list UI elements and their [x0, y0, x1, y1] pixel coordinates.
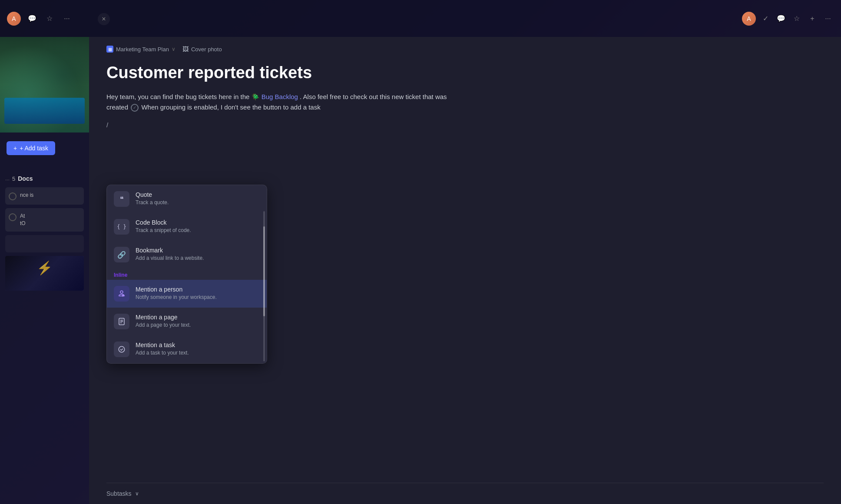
main-content: ▦ Marketing Team Plan ∨ 🖼 Cover photo Cu… — [89, 37, 841, 504]
message-icon[interactable]: 💬 — [26, 13, 38, 25]
scrollbar-thumb — [263, 226, 265, 317]
mention-task-icon — [114, 342, 129, 357]
quote-icon: ❝ — [114, 191, 129, 207]
mention-task-desc: Add a task to your text. — [136, 350, 260, 356]
star-right-icon[interactable]: ☆ — [791, 13, 803, 25]
plus-icon[interactable]: + — [806, 13, 818, 25]
cover-photo-label: Cover photo — [191, 46, 222, 53]
sidebar-thumbnail: ⚡ — [5, 256, 84, 291]
menu-item-text-mention-page: Mention a page Add a page to your text. — [136, 314, 260, 328]
pool-area — [4, 98, 85, 124]
code-icon: { } — [114, 219, 129, 235]
more-icon[interactable]: ··· — [61, 13, 73, 25]
menu-item-text-mention-task: Mention a task Add a task to your text. — [136, 342, 260, 356]
list-item[interactable]: AttO — [5, 208, 84, 232]
project-icon: ▦ — [106, 46, 113, 53]
code-desc: Track a snippet of code. — [136, 227, 260, 233]
mention-person-desc: Notify someone in your workspace. — [136, 294, 260, 300]
check-circle-icon[interactable]: ✓ — [759, 13, 771, 25]
plus-icon: + — [13, 145, 17, 152]
quote-title: Quote — [136, 191, 260, 198]
task-checkbox[interactable] — [9, 192, 17, 200]
more-right-icon[interactable]: ··· — [822, 13, 834, 25]
mention-page-desc: Add a page to your text. — [136, 322, 260, 328]
menu-item-text-mention-person: Mention a person Notify someone in your … — [136, 286, 260, 300]
description-text: Hey team, you can find the bug tickets h… — [106, 92, 463, 113]
menu-item-text-bookmark: Bookmark Add a visual link to a website. — [136, 247, 260, 261]
docs-label: Docs — [18, 175, 33, 182]
mention-page-icon — [114, 314, 129, 329]
inline-section-label: Inline — [107, 269, 267, 280]
sidebar-house-image — [0, 37, 89, 133]
breadcrumb: ▦ Marketing Team Plan ∨ 🖼 Cover photo — [106, 46, 506, 53]
quote-desc: Track a quote. — [136, 199, 260, 206]
mention-person-icon: + — [114, 286, 129, 302]
subtasks-label: Subtasks — [106, 490, 132, 497]
subtasks-bar: Subtasks ∨ — [106, 483, 824, 504]
cover-photo-button[interactable]: 🖼 Cover photo — [182, 46, 222, 53]
task-check-icon: ✓ — [131, 104, 139, 112]
avatar: A — [7, 12, 21, 26]
image-icon: 🖼 — [182, 46, 189, 53]
mention-task-title: Mention a task — [136, 342, 260, 348]
bookmark-desc: Add a visual link to a website. — [136, 255, 260, 261]
lightning-icon: ⚡ — [36, 260, 53, 275]
sidebar-tasks: nce is AttO ⚡ — [5, 187, 84, 291]
svg-point-0 — [120, 291, 123, 293]
svg-point-7 — [119, 346, 125, 352]
project-name: Marketing Team Plan — [116, 46, 169, 53]
left-sidebar: + + Add task ... 5 Docs nce is AttO — [0, 37, 89, 504]
code-title: Code Block — [136, 219, 260, 226]
slash-indicator: / — [106, 121, 506, 129]
page-title: Customer reported tickets — [106, 63, 506, 83]
menu-item-mention-page[interactable]: Mention a page Add a page to your text. — [107, 308, 267, 335]
menu-item-text-code: Code Block Track a snippet of code. — [136, 219, 260, 233]
sidebar-badge-row: ... 5 Docs — [5, 175, 84, 182]
bookmark-icon: 🔗 — [114, 247, 129, 262]
dots-icon: ... — [5, 176, 10, 182]
bug-backlog-link[interactable]: 🪲 Bug Backlog — [252, 93, 298, 100]
avatar-right: A — [742, 12, 756, 26]
menu-item-quote[interactable]: ❝ Quote Track a quote. — [107, 185, 267, 213]
browser-bar: A 💬 ☆ ··· A ✓ 💬 ☆ + ··· — [0, 0, 841, 37]
mention-person-title: Mention a person — [136, 286, 260, 293]
task-text: nce is — [20, 192, 33, 199]
menu-item-mention-person[interactable]: + Mention a person Notify someone in you… — [107, 280, 267, 308]
close-button[interactable]: × — [98, 13, 110, 25]
chevron-down-icon: ∨ — [172, 46, 175, 52]
badge-count: 5 — [12, 176, 15, 182]
menu-item-text-quote: Quote Track a quote. — [136, 191, 260, 206]
command-dropdown: ❝ Quote Track a quote. { } Code Block Tr… — [106, 185, 267, 364]
task-placeholder — [5, 235, 84, 252]
browser-right-icons: A ✓ 💬 ☆ + ··· — [742, 12, 834, 26]
sidebar-section: ... 5 Docs nce is AttO ⚡ — [0, 172, 89, 294]
menu-item-bookmark[interactable]: 🔗 Bookmark Add a visual link to a websit… — [107, 241, 267, 269]
star-icon[interactable]: ☆ — [43, 13, 56, 25]
chevron-down-icon: ∨ — [135, 491, 139, 497]
menu-item-mention-task[interactable]: Mention a task Add a task to your text. — [107, 335, 267, 363]
message-right-icon[interactable]: 💬 — [775, 13, 787, 25]
add-task-button[interactable]: + + Add task — [7, 141, 55, 155]
scrollbar[interactable] — [263, 211, 265, 361]
content-inner: ▦ Marketing Team Plan ∨ 🖼 Cover photo Cu… — [89, 37, 523, 144]
list-item[interactable]: nce is — [5, 187, 84, 205]
svg-text:+: + — [123, 295, 124, 297]
task-text: AttO — [20, 212, 26, 227]
breadcrumb-item-project[interactable]: ▦ Marketing Team Plan ∨ — [106, 46, 175, 53]
menu-item-code-block[interactable]: { } Code Block Track a snippet of code. — [107, 213, 267, 241]
bookmark-title: Bookmark — [136, 247, 260, 254]
task-checkbox[interactable] — [9, 213, 17, 221]
mention-page-title: Mention a page — [136, 314, 260, 321]
